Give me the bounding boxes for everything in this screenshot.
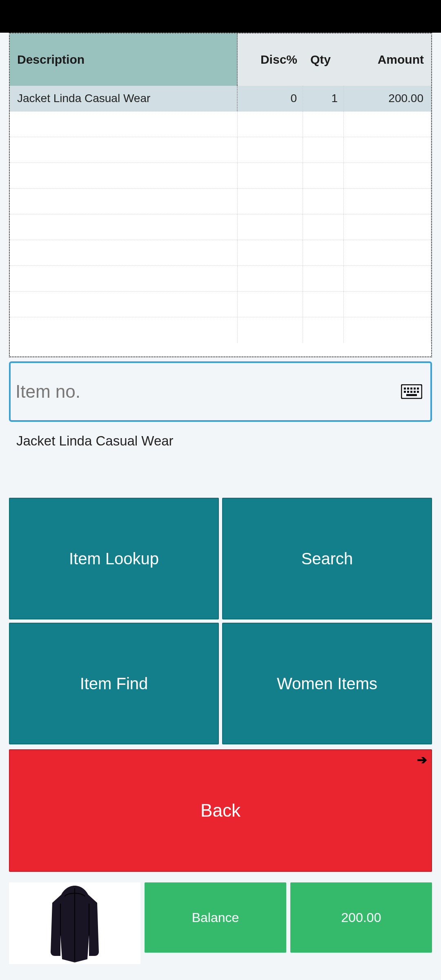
table-row [10,137,431,163]
table-row [10,317,431,343]
product-thumbnail[interactable] [9,882,140,964]
search-button[interactable]: Search [222,498,432,619]
table-row[interactable]: Jacket Linda Casual Wear 0 1 200.00 [10,86,431,111]
back-button[interactable]: Back ➔ [9,749,432,872]
table-row [10,189,431,214]
arrow-right-icon: ➔ [417,753,427,767]
item-find-button[interactable]: Item Find [9,623,219,744]
svg-rect-2 [407,388,409,390]
selected-item-name: Jacket Linda Casual Wear [16,433,432,449]
cell-disc: 0 [238,86,303,111]
table-row [10,111,431,137]
svg-rect-5 [417,388,419,390]
cell-amount: 200.00 [344,86,431,111]
item-number-input-wrap[interactable] [9,361,432,422]
svg-rect-6 [404,391,406,393]
table-body: Jacket Linda Casual Wear 0 1 200.00 [10,86,431,356]
svg-rect-3 [410,388,412,390]
col-header-amount[interactable]: Amount [344,33,431,86]
status-bar [0,0,441,33]
svg-rect-10 [417,391,419,393]
items-table: Description Disc% Qty Amount Jacket Lind… [9,33,432,357]
item-number-input[interactable] [16,381,401,402]
table-row [10,292,431,317]
table-row [10,266,431,292]
table-row [10,163,431,189]
svg-rect-11 [406,394,417,396]
keyboard-icon[interactable] [401,384,422,399]
cell-description: Jacket Linda Casual Wear [10,86,238,111]
svg-rect-8 [410,391,412,393]
table-header-row: Description Disc% Qty Amount [10,33,431,86]
col-header-description[interactable]: Description [10,33,238,86]
col-header-disc[interactable]: Disc% [238,33,303,86]
cell-qty: 1 [303,86,344,111]
svg-rect-4 [414,388,416,390]
women-items-button[interactable]: Women Items [222,623,432,744]
item-lookup-button[interactable]: Item Lookup [9,498,219,619]
svg-rect-9 [414,391,416,393]
balance-value-tile[interactable]: 200.00 [290,882,432,953]
back-button-label: Back [200,800,241,821]
svg-rect-1 [404,388,406,390]
balance-label-tile[interactable]: Balance [145,882,286,953]
col-header-qty[interactable]: Qty [303,33,344,86]
table-row [10,214,431,240]
table-row [10,240,431,266]
svg-rect-7 [407,391,409,393]
